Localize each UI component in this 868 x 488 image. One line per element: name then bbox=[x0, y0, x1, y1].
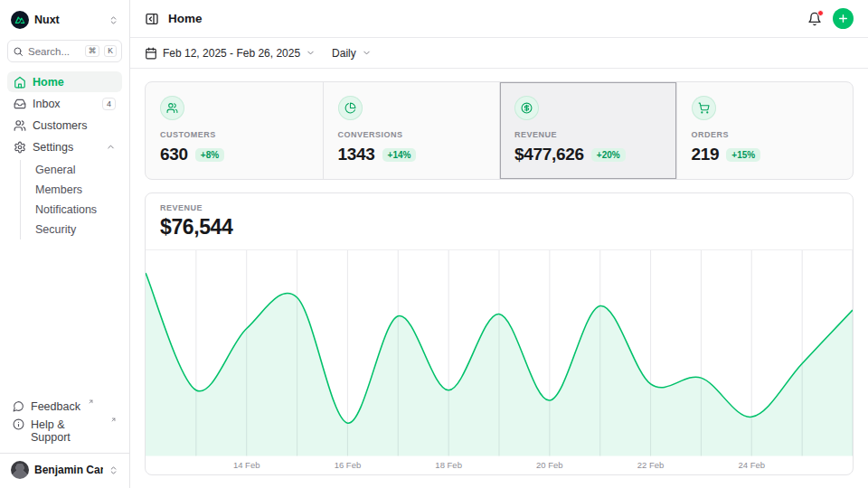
feedback-label: Feedback bbox=[31, 400, 80, 413]
x-axis-tick-label: 24 Feb bbox=[738, 460, 765, 470]
pie-chart-icon bbox=[338, 96, 363, 120]
stat-value: 1343 bbox=[338, 145, 375, 164]
cart-icon bbox=[692, 96, 716, 120]
chevrons-up-down-icon bbox=[108, 15, 118, 25]
sidebar-subitem-label: Security bbox=[35, 223, 76, 236]
sidebar-subitem-label: Members bbox=[35, 183, 82, 196]
filters-toolbar: Feb 12, 2025 - Feb 26, 2025 Daily bbox=[130, 38, 868, 69]
x-axis-tick-label: 20 Feb bbox=[536, 460, 563, 470]
info-circle-icon bbox=[13, 418, 24, 430]
chart-header: REVENUE $76,544 bbox=[146, 193, 853, 250]
sidebar-subitem-label: Notifications bbox=[35, 203, 97, 216]
settings-submenu: General Members Notifications Security bbox=[20, 160, 122, 239]
external-link-arrow-icon bbox=[110, 417, 117, 423]
message-circle-icon bbox=[13, 400, 24, 412]
granularity-select[interactable]: Daily bbox=[332, 47, 372, 60]
workspace-name: Nuxt bbox=[34, 14, 103, 26]
stat-delta-badge: +20% bbox=[591, 148, 626, 162]
user-name: Benjamin Canac bbox=[34, 464, 103, 476]
stat-delta-badge: +14% bbox=[382, 148, 417, 162]
help-support-label: Help & Support bbox=[31, 418, 103, 444]
x-axis-tick-label: 16 Feb bbox=[335, 460, 362, 470]
sidebar-item-members[interactable]: Members bbox=[30, 180, 122, 200]
home-icon bbox=[14, 76, 26, 89]
stat-label: CONVERSIONS bbox=[338, 130, 486, 139]
nuxt-logo-icon bbox=[11, 11, 29, 29]
sidebar-spacer bbox=[7, 241, 122, 398]
chevron-up-icon bbox=[106, 142, 116, 152]
chevron-down-icon bbox=[306, 48, 316, 58]
kbd-cmd: ⌘ bbox=[85, 45, 100, 57]
sidebar-item-security[interactable]: Security bbox=[30, 220, 122, 239]
stat-value: $477,626 bbox=[514, 145, 584, 164]
help-support-link[interactable]: Help & Support bbox=[7, 416, 122, 446]
sidebar-item-label: Home bbox=[33, 76, 116, 89]
stat-value: 219 bbox=[692, 145, 720, 164]
sidebar-item-home[interactable]: Home bbox=[7, 71, 122, 92]
users-icon bbox=[160, 96, 184, 120]
sidebar-item-label: Inbox bbox=[33, 98, 96, 110]
date-range-value: Feb 12, 2025 - Feb 26, 2025 bbox=[163, 47, 300, 60]
main-area: Home Feb 12, 2025 - Feb 26, 2025 bbox=[130, 0, 868, 488]
stat-card-conversions[interactable]: CONVERSIONS 1343 +14% bbox=[323, 82, 500, 179]
sidebar-item-settings[interactable]: Settings bbox=[7, 136, 122, 157]
inbox-count-badge: 4 bbox=[102, 98, 116, 110]
app-root: Nuxt Search... ⌘ K Home bbox=[0, 0, 868, 488]
stat-card-orders[interactable]: ORDERS 219 +15% bbox=[676, 82, 854, 179]
sidebar-collapse-icon[interactable] bbox=[145, 12, 159, 26]
plus-icon bbox=[837, 13, 849, 24]
sidebar-item-general[interactable]: General bbox=[30, 160, 122, 180]
revenue-area-chart[interactable] bbox=[146, 250, 853, 456]
revenue-chart-card: REVENUE $76,544 14 Feb16 Feb18 Feb20 Feb… bbox=[145, 192, 854, 475]
x-axis-tick-label: 18 Feb bbox=[435, 460, 462, 470]
sidebar-item-label: Settings bbox=[33, 141, 99, 154]
x-axis-tick-label: 14 Feb bbox=[233, 460, 260, 470]
sidebar-item-inbox[interactable]: Inbox 4 bbox=[7, 93, 122, 114]
users-icon bbox=[14, 119, 26, 132]
search-placeholder: Search... bbox=[28, 46, 80, 57]
stat-value: 630 bbox=[160, 145, 188, 164]
stats-row: CUSTOMERS 630 +8% CONVERSIONS 1343 +14% bbox=[145, 81, 854, 180]
date-range-picker[interactable]: Feb 12, 2025 - Feb 26, 2025 bbox=[145, 47, 316, 60]
external-link-arrow-icon bbox=[88, 399, 94, 405]
stat-label: CUSTOMERS bbox=[160, 130, 308, 139]
stat-card-revenue[interactable]: REVENUE $477,626 +20% bbox=[499, 82, 676, 179]
add-button[interactable] bbox=[833, 8, 854, 29]
stat-label: REVENUE bbox=[514, 130, 662, 139]
granularity-value: Daily bbox=[332, 47, 356, 60]
chart-metric-label: REVENUE bbox=[160, 203, 838, 212]
sidebar-item-customers[interactable]: Customers bbox=[7, 115, 122, 136]
sidebar-item-label: Customers bbox=[33, 119, 116, 132]
stat-delta-badge: +8% bbox=[195, 148, 224, 162]
sidebar-subitem-label: General bbox=[35, 164, 75, 176]
dashboard-content: CUSTOMERS 630 +8% CONVERSIONS 1343 +14% bbox=[130, 69, 868, 488]
stat-delta-badge: +15% bbox=[726, 148, 760, 162]
notifications-bell-button[interactable] bbox=[807, 12, 822, 26]
kbd-k: K bbox=[104, 45, 117, 57]
user-menu[interactable]: Benjamin Canac bbox=[7, 454, 122, 481]
feedback-link[interactable]: Feedback bbox=[7, 398, 122, 416]
chart-metric-value: $76,544 bbox=[160, 215, 838, 239]
sidebar-nav: Home Inbox 4 Customers Settings bbox=[7, 71, 122, 241]
x-axis-tick-label: 22 Feb bbox=[637, 460, 665, 470]
workspace-switcher[interactable]: Nuxt bbox=[7, 7, 122, 33]
stat-card-customers[interactable]: CUSTOMERS 630 +8% bbox=[146, 82, 323, 179]
stat-label: ORDERS bbox=[692, 130, 839, 139]
gear-icon bbox=[14, 141, 26, 154]
chevron-down-icon bbox=[362, 48, 372, 58]
chart-svg bbox=[146, 250, 853, 456]
page-header: Home bbox=[130, 0, 868, 38]
dollar-circle-icon bbox=[514, 96, 539, 120]
page-title: Home bbox=[168, 12, 203, 25]
sidebar: Nuxt Search... ⌘ K Home bbox=[0, 0, 130, 488]
notification-dot bbox=[817, 10, 824, 16]
sidebar-item-notifications[interactable]: Notifications bbox=[30, 200, 122, 220]
search-icon bbox=[13, 46, 24, 57]
avatar bbox=[11, 461, 29, 479]
chevrons-up-down-icon bbox=[108, 465, 118, 475]
calendar-icon bbox=[145, 47, 157, 60]
header-actions bbox=[807, 8, 854, 29]
search-input[interactable]: Search... ⌘ K bbox=[7, 40, 122, 62]
inbox-icon bbox=[14, 98, 26, 110]
x-axis: 14 Feb16 Feb18 Feb20 Feb22 Feb24 Feb bbox=[146, 456, 853, 474]
